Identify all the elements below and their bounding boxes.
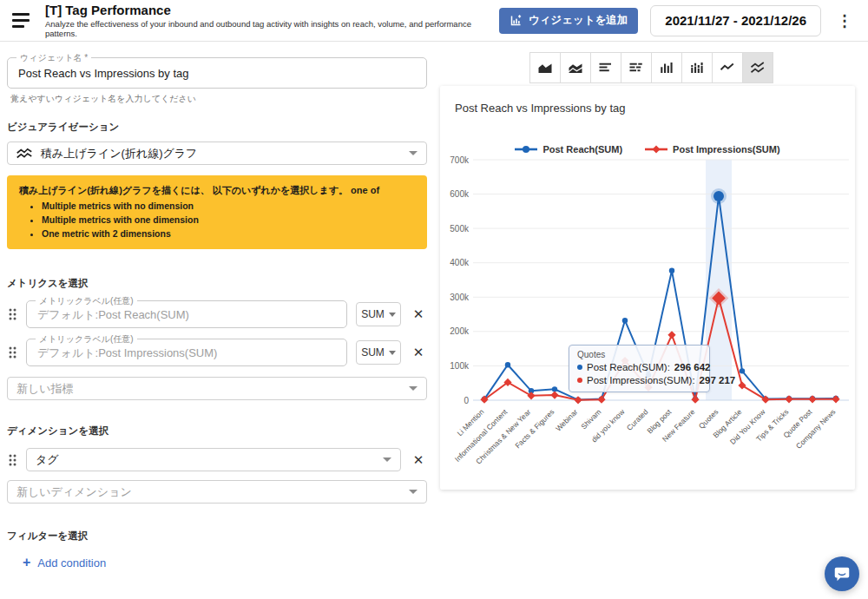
visualization-value: 積み上げライン(折れ線)グラフ (41, 146, 409, 161)
drag-handle-icon[interactable] (7, 308, 17, 320)
chevron-down-icon (409, 151, 418, 155)
chevron-down-icon (409, 490, 418, 494)
filters-section-label: フィルターを選択 (7, 530, 427, 543)
data-point-marker (832, 395, 839, 403)
data-point-marker (738, 381, 746, 389)
stacked-column-chart-button[interactable] (681, 52, 713, 83)
area-chart-icon (537, 61, 553, 75)
line-chart-icon (720, 61, 735, 75)
add-widget-button[interactable]: ウィジェットを追加 (499, 8, 639, 34)
chart-preview-panel: Post Reach vs Impressions by tag Post Re… (434, 42, 868, 599)
aggregation-select[interactable]: SUM (356, 302, 401, 326)
widget-name-field[interactable]: ウィジェット名 * (7, 57, 427, 89)
page-title: [T] Tag Performance (45, 3, 499, 17)
stacked-line-chart-icon (16, 148, 32, 160)
line-chart-button[interactable] (712, 52, 743, 83)
chart-tooltip: Quotes Post Reach(SUM): 296 642 Post Imp… (569, 345, 710, 392)
visualization-select[interactable]: 積み上げライン(折れ線)グラフ (7, 142, 427, 165)
legend-item-post-impressions[interactable]: Post Impressions(SUM) (645, 144, 779, 155)
new-metric-select[interactable]: 新しい指標 (7, 377, 427, 400)
chart-legend: Post Reach(SUM) Post Impressions(SUM) (440, 144, 855, 155)
y-axis-label: 200k (450, 326, 470, 336)
stacked-area-chart-button[interactable] (560, 52, 591, 83)
chat-bubble-button[interactable] (825, 556, 859, 591)
widget-name-helper: 覚えやすいウィジェット名を入力してください (10, 93, 427, 105)
data-point-marker (740, 368, 745, 373)
metric-label-field[interactable]: メトリックラベル(任意) (26, 339, 347, 366)
aggregation-select[interactable]: SUM (356, 340, 401, 365)
warning-item: One metric with 2 dimensions (42, 228, 415, 239)
dimension-select[interactable]: タグ (26, 448, 401, 471)
data-point-marker (713, 191, 724, 201)
metrics-section-label: メトリクスを選択 (7, 277, 427, 290)
y-axis-label: 600k (450, 189, 470, 199)
data-point-marker (550, 391, 558, 398)
metric-row: メトリックラベル(任意) SUM ✕ (7, 339, 427, 366)
data-point-marker (667, 331, 675, 339)
dimension-row: タグ ✕ (7, 448, 427, 471)
warning-list: Multiple metrics with no dimension Multi… (42, 201, 415, 239)
chart-type-toolbar (434, 52, 868, 83)
widget-name-label: ウィジェット名 * (16, 52, 91, 64)
data-point-marker (527, 392, 535, 399)
y-axis-label: 700k (450, 155, 470, 165)
chevron-down-icon (383, 457, 391, 462)
chart-title: Post Reach vs Impressions by tag (440, 86, 855, 115)
dimensions-section-label: ディメンションを選択 (7, 425, 427, 438)
y-axis-label: 300k (450, 293, 470, 302)
remove-metric-icon[interactable]: ✕ (410, 306, 427, 322)
bar-chart-button[interactable] (590, 52, 621, 83)
chat-icon (832, 564, 852, 583)
warning-item: Multiple metrics with one dimension (42, 214, 415, 225)
add-chart-icon (510, 14, 523, 27)
plus-icon: + (23, 555, 30, 570)
area-chart-button[interactable] (529, 52, 561, 83)
data-point-marker (785, 395, 792, 403)
series-dot-icon (577, 365, 582, 370)
y-axis-label: 0 (464, 396, 469, 405)
add-condition-button[interactable]: + Add condition (23, 555, 427, 570)
data-point-marker (808, 395, 816, 403)
legend-item-post-reach[interactable]: Post Reach(SUM) (515, 144, 622, 155)
x-axis-label: Webinar (554, 407, 579, 432)
warning-item: Multiple metrics with no dimension (42, 201, 415, 211)
more-options-icon[interactable]: ⋮ (833, 11, 856, 30)
y-axis-label: 500k (450, 224, 470, 234)
page-subtitle: Analyze the effectiveness of your inboun… (45, 19, 499, 38)
data-point-marker (691, 396, 699, 404)
stacked-bar-chart-icon (628, 61, 644, 75)
tooltip-row: Post Reach(SUM): 296 642 (577, 362, 701, 372)
new-dimension-select[interactable]: 新しいディメンション (7, 480, 427, 504)
legend-marker-diamond-icon (645, 145, 667, 154)
stacked-line-chart-button[interactable] (742, 52, 773, 83)
data-point-marker (622, 318, 628, 323)
data-point-marker (505, 362, 510, 367)
column-chart-icon (659, 61, 674, 75)
stacked-area-chart-icon (568, 61, 583, 75)
data-point-marker (597, 396, 605, 404)
stacked-column-chart-icon (689, 61, 705, 75)
app-header: [T] Tag Performance Analyze the effectiv… (0, 0, 868, 42)
series-dot-icon (577, 378, 582, 383)
metric-label-field[interactable]: メトリックラベル(任意) (26, 300, 347, 328)
remove-dimension-icon[interactable]: ✕ (410, 452, 427, 468)
visualization-warning: 積み上げライン(折れ線)グラフを描くには、 以下のいずれかを選択します。 one… (7, 175, 427, 249)
menu-icon[interactable] (12, 10, 33, 31)
chevron-down-icon (389, 351, 396, 355)
tooltip-row: Post Impressions(SUM): 297 217 (577, 375, 701, 385)
chevron-down-icon (389, 313, 396, 317)
y-axis-label: 100k (450, 361, 470, 371)
drag-handle-icon[interactable] (7, 346, 17, 359)
warning-title: 積み上げライン(折れ線)グラフを描くには、 以下のいずれかを選択します。 one… (19, 184, 415, 197)
date-range-picker[interactable]: 2021/11/27 - 2021/12/26 (650, 5, 821, 36)
stacked-line-chart: 0100k200k300k400k500k600k700kLi MentionI… (440, 155, 855, 481)
chart-card: Post Reach vs Impressions by tag Post Re… (440, 86, 855, 490)
data-point-marker (669, 268, 674, 273)
drag-handle-icon[interactable] (7, 454, 17, 466)
widget-editor-panel: ウィジェット名 * 覚えやすいウィジェット名を入力してください ビジュアライゼー… (0, 42, 434, 599)
remove-metric-icon[interactable]: ✕ (410, 345, 427, 360)
column-chart-button[interactable] (651, 52, 682, 83)
data-point-marker (574, 396, 582, 404)
chevron-down-icon (409, 386, 418, 391)
stacked-bar-chart-button[interactable] (621, 52, 652, 83)
